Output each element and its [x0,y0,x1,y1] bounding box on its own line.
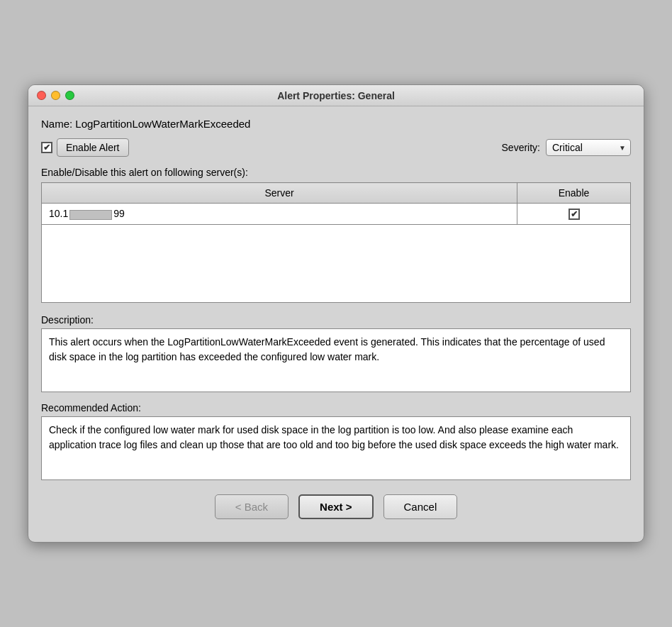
severity-label: Severity: [502,142,540,153]
col-server: Server [42,183,517,204]
minimize-button[interactable] [51,91,60,100]
maximize-button[interactable] [65,91,74,100]
recommended-action-text: Check if the configured low water mark f… [41,416,631,480]
close-button[interactable] [37,91,46,100]
button-row: < Back Next > Cancel [41,494,631,531]
main-window: Alert Properties: General Name: LogParti… [28,84,644,543]
severity-select[interactable]: Critical Warning Informational [546,139,631,156]
empty-row [42,225,631,303]
back-button[interactable]: < Back [215,494,289,519]
enable-alert-checkbox[interactable]: ✔ [41,142,52,153]
severity-right: Severity: Critical Warning Informational [502,139,631,156]
description-text: This alert occurs when the LogPartitionL… [41,328,631,392]
content-area: Name: LogPartitionLowWaterMarkExceeded ✔… [28,106,644,542]
table-row: 10.199 ✔ [42,204,631,225]
alert-name: Name: LogPartitionLowWaterMarkExceeded [41,118,631,130]
server-ip-cell: 10.199 [42,204,517,225]
enable-cell: ✔ [517,204,631,225]
enable-severity-row: ✔ Enable Alert Severity: Critical Warnin… [41,138,631,157]
recommended-action-label: Recommended Action: [41,402,631,414]
next-button[interactable]: Next > [298,494,373,519]
cancel-button[interactable]: Cancel [383,494,458,519]
server-table: Server Enable 10.199 ✔ [41,182,631,303]
ip-suffix: 99 [113,208,125,219]
title-bar: Alert Properties: General [28,85,644,106]
ip-hidden [69,210,112,220]
description-label: Description: [41,314,631,326]
servers-section-label: Enable/Disable this alert on following s… [41,167,631,178]
window-title: Alert Properties: General [277,90,395,101]
severity-select-wrapper: Critical Warning Informational [546,139,631,156]
col-enable: Enable [517,183,631,204]
window-controls [37,91,74,100]
enable-alert-button[interactable]: Enable Alert [57,138,129,157]
enable-left: ✔ Enable Alert [41,138,129,157]
ip-prefix: 10.1 [49,208,68,219]
row-enable-checkbox[interactable]: ✔ [569,209,580,220]
